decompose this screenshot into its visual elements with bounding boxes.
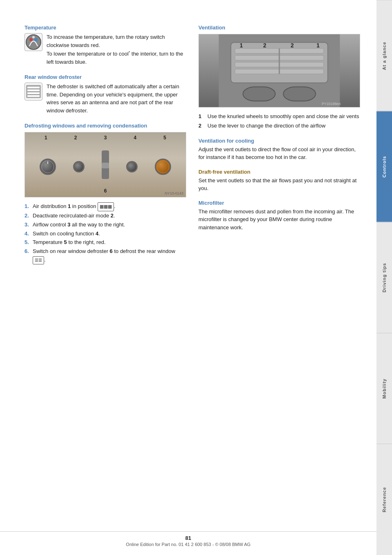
temperature-icon-box xyxy=(24,33,42,51)
sidebar-tab-mobility[interactable]: Mobility xyxy=(376,333,392,444)
step-num-1: 1. xyxy=(24,202,31,211)
svg-point-2 xyxy=(34,38,38,41)
diagram-note: NY10-0143 xyxy=(165,191,183,195)
svg-text:1: 1 xyxy=(316,42,320,49)
vent-num-2: 2 xyxy=(198,122,204,130)
knob-2 xyxy=(73,161,85,172)
svg-rect-8 xyxy=(27,95,40,97)
svg-text:PY10188en: PY10188en xyxy=(322,102,341,106)
ventilation-photo-box: 1 2 2 1 PY10188en xyxy=(198,34,360,107)
step-4-text: Switch on cooling function 4. xyxy=(33,230,100,238)
ventilation-section: Ventilation xyxy=(198,25,360,130)
step-5: 5. Temperature 5 to the right, red. xyxy=(24,238,186,247)
vent-item-2: 2 Use the lever to change the direction … xyxy=(198,122,360,130)
slider-3 xyxy=(102,150,109,179)
step-2-text: Deactivate recirculated-air mode 2. xyxy=(33,212,115,220)
svg-rect-7 xyxy=(27,92,40,94)
sidebar-tab-driving-tips[interactable]: Driving tips xyxy=(376,222,392,333)
footer-text: Online Edition for Part no. 01 41 2 600 … xyxy=(126,542,250,547)
diagram-num-4: 4 xyxy=(134,135,136,141)
step-num-3: 3. xyxy=(24,221,31,229)
temperature-icon xyxy=(25,34,42,50)
defrosting-steps-list: 1. Air distribution 1 in position ▦▦▦. 2… xyxy=(24,202,186,264)
ventilation-items: 1 Use the knurled wheels to smoothly ope… xyxy=(198,112,360,130)
main-content: Temperature To increase the temp xyxy=(0,0,376,555)
rear-defroster-section: Rear window defroster The defros xyxy=(24,74,186,115)
svg-point-3 xyxy=(32,36,35,38)
knob-1 xyxy=(40,159,56,175)
ventilation-cooling-heading: Ventilation for cooling xyxy=(198,138,360,144)
knob-2-container xyxy=(73,161,85,172)
svg-text:2: 2 xyxy=(263,42,266,49)
vent-num-1: 1 xyxy=(198,112,204,121)
knob-5 xyxy=(155,159,171,175)
step-4: 4. Switch on cooling function 4. xyxy=(24,230,186,238)
knob-4 xyxy=(126,161,138,172)
sidebar: At a glance Controls Driving tips Mobili… xyxy=(376,0,392,555)
controls-diagram-box: 1 2 3 4 5 xyxy=(24,132,186,197)
ventilation-heading: Ventilation xyxy=(198,25,360,31)
vent-item-1: 1 Use the knurled wheels to smoothly ope… xyxy=(198,112,360,121)
draft-free-heading: Draft-free ventilation xyxy=(198,169,360,175)
rear-defroster-heading: Rear window defroster xyxy=(24,74,186,80)
svg-text:1: 1 xyxy=(240,42,243,49)
rear-defroster-icon-row: The defroster is switched off automatica… xyxy=(24,83,186,115)
two-columns: Temperature To increase the temp xyxy=(24,25,360,272)
svg-rect-5 xyxy=(27,87,40,88)
ventilation-cooling-section: Ventilation for cooling Adjust the vent … xyxy=(198,138,360,161)
step-6-text: Switch on rear window defroster 6 to def… xyxy=(33,247,186,264)
svg-rect-23 xyxy=(243,87,275,101)
rear-defroster-icon xyxy=(25,84,42,99)
step-6: 6. Switch on rear window defroster 6 to … xyxy=(24,247,186,264)
controls-diagram: 1 2 3 4 5 xyxy=(25,132,186,197)
rear-defroster-icon-box xyxy=(24,83,42,101)
diagram-num-3: 3 xyxy=(104,135,107,141)
footer: 81 Online Edition for Part no. 01 41 2 6… xyxy=(0,531,376,547)
left-column: Temperature To increase the temp xyxy=(24,25,186,272)
temperature-icon-row: To increase the temperature, turn the ro… xyxy=(24,33,186,67)
rear-defroster-text: The defroster is switched off automatica… xyxy=(47,83,186,115)
svg-text:2: 2 xyxy=(291,42,294,49)
diagram-numbers: 1 2 3 4 5 xyxy=(25,135,186,141)
vent-photo: 1 2 2 1 PY10188en xyxy=(199,34,360,107)
svg-point-1 xyxy=(29,38,33,41)
slider-3-container xyxy=(102,150,109,179)
step-num-6: 6. xyxy=(24,247,31,264)
microfilter-section: Microfilter The microfilter removes dust… xyxy=(198,200,360,232)
diagram-num-5: 5 xyxy=(163,135,166,141)
defrosting-heading: Defrosting windows and removing condensa… xyxy=(24,123,186,129)
draft-free-section: Draft-free ventilation Set the vent outl… xyxy=(198,169,360,192)
step-num-2: 2. xyxy=(24,212,31,220)
step-3: 3. Airflow control 3 all the way to the … xyxy=(24,221,186,229)
step-5-text: Temperature 5 to the right, red. xyxy=(33,238,106,247)
step-1-text: Air distribution 1 in position ▦▦▦. xyxy=(33,202,116,211)
temperature-text: To increase the temperature, turn the ro… xyxy=(47,33,186,67)
vent-item-2-text: Use the lever to change the direction of… xyxy=(207,122,325,130)
step-num-5: 5. xyxy=(24,238,31,247)
defrosting-section: Defrosting windows and removing condensa… xyxy=(24,123,186,264)
svg-rect-24 xyxy=(283,87,316,101)
page-number: 81 xyxy=(0,535,376,541)
step-1: 1. Air distribution 1 in position ▦▦▦. xyxy=(24,202,186,211)
vent-item-1-text: Use the knurled wheels to smoothly open … xyxy=(207,112,359,121)
temperature-section: Temperature To increase the temp xyxy=(24,25,186,67)
sidebar-tab-controls[interactable]: Controls xyxy=(376,111,392,222)
knob-1-container xyxy=(40,159,56,175)
controls-diagram-inner: 1 2 3 4 5 xyxy=(25,132,186,197)
step-2: 2. Deactivate recirculated-air mode 2. xyxy=(24,212,186,220)
diagram-num-1: 1 xyxy=(45,135,47,141)
svg-rect-6 xyxy=(27,90,40,91)
sidebar-tab-at-a-glance[interactable]: At a glance xyxy=(376,0,392,111)
svg-point-11 xyxy=(157,161,169,173)
sidebar-tab-reference[interactable]: Reference xyxy=(376,444,392,555)
ventilation-photo-inner: 1 2 2 1 PY10188en xyxy=(199,34,360,107)
step-num-4: 4. xyxy=(24,230,31,238)
diagram-num-2: 2 xyxy=(74,135,77,141)
right-column: Ventilation xyxy=(198,25,360,272)
knob-4-container xyxy=(126,161,138,172)
step-3-text: Airflow control 3 all the way to the rig… xyxy=(33,221,125,229)
microfilter-heading: Microfilter xyxy=(198,200,360,206)
vent-svg: 1 2 2 1 PY10188en xyxy=(199,34,360,107)
diagram-label-6: 6 xyxy=(104,188,107,194)
temperature-heading: Temperature xyxy=(24,25,186,31)
